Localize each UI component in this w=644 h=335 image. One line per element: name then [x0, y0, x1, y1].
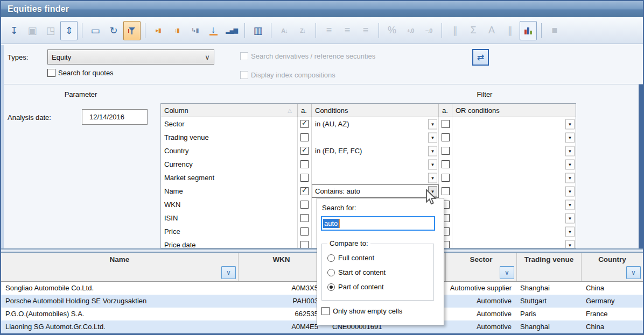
or-checkbox[interactable] [442, 147, 450, 155]
filter-column-cell[interactable]: Price date [161, 238, 298, 248]
checkbox-box-icon[interactable] [47, 69, 55, 77]
or-condition-cell[interactable]: ▼ [452, 117, 576, 131]
or-checkbox[interactable] [442, 160, 450, 168]
and-checkbox[interactable] [300, 201, 309, 209]
or-condition-dropdown-arrow[interactable]: ▼ [565, 159, 575, 169]
filter-column-cell[interactable]: Price [161, 225, 298, 238]
types-dropdown[interactable]: Equity ∨ [47, 49, 214, 65]
results-column-header-name[interactable]: Name∨ [1, 253, 239, 281]
results-column-header-trading-venue[interactable]: Trading venue [517, 253, 582, 281]
checkbox-box-icon[interactable] [321, 307, 330, 315]
results-column-header-wkn[interactable]: WKN [239, 253, 325, 281]
or-checkbox[interactable] [442, 174, 450, 182]
filter-grid-row[interactable]: Currency▼▼ [161, 158, 576, 171]
filter-header-and2[interactable]: a. [439, 104, 452, 117]
filter-column-cell[interactable]: Currency [161, 158, 298, 171]
and-checkbox[interactable] [300, 120, 309, 128]
decrease-decimal-icon[interactable]: −.0 [420, 21, 437, 40]
font-icon[interactable]: A [483, 21, 500, 40]
condition-cell[interactable]: Contains: auto▼ [312, 184, 439, 198]
column-filter-button-country[interactable]: ∨ [626, 266, 641, 279]
sum-icon[interactable]: Σ [465, 21, 482, 40]
filter-column-cell[interactable]: WKN [161, 198, 298, 211]
or-condition-dropdown-arrow[interactable]: ▼ [565, 199, 575, 210]
filter-grid-row[interactable]: NameContains: auto▼▼ [161, 184, 576, 198]
refresh-data-icon[interactable]: ↻ [105, 21, 122, 40]
align-right-icon[interactable]: ≡ [357, 21, 374, 40]
insert-column-left-icon[interactable]: ↳▮ [186, 21, 204, 40]
or-checkbox[interactable] [442, 133, 450, 141]
freeze-columns-icon[interactable]: ∥ [446, 21, 464, 40]
sort-descending-icon[interactable]: Z↓ [294, 21, 311, 40]
insert-column-down-icon[interactable]: ↓▮ [168, 21, 185, 40]
condition-dropdown-arrow[interactable]: ▼ [428, 119, 437, 129]
or-condition-cell[interactable]: ▼ [452, 158, 576, 171]
search-input[interactable]: auto [321, 216, 435, 231]
or-condition-dropdown-arrow[interactable]: ▼ [565, 213, 575, 223]
condition-dropdown-arrow[interactable]: ▼ [428, 173, 437, 183]
filter-column-cell[interactable]: Market segment [161, 171, 298, 184]
radio-button-icon[interactable] [327, 269, 335, 276]
column-filter-button-name[interactable]: ∨ [221, 266, 236, 279]
results-column-header-country[interactable]: Country∨ [582, 253, 643, 281]
condition-dropdown-arrow[interactable]: ▼ [428, 146, 437, 156]
column-range-icon[interactable]: ▭ [87, 21, 104, 40]
filter-icon[interactable] [123, 21, 141, 40]
insert-row-icon[interactable]: ↓ [205, 21, 222, 40]
condition-cell[interactable]: ▼ [312, 131, 439, 144]
filter-column-cell[interactable]: Trading venue [161, 131, 298, 144]
and-checkbox[interactable] [300, 147, 309, 155]
results-column-header-sector[interactable]: Sector∨ [446, 253, 517, 281]
or-checkbox[interactable] [442, 187, 450, 195]
align-left-icon[interactable]: ≡ [320, 21, 338, 40]
or-condition-dropdown-arrow[interactable]: ▼ [565, 173, 575, 183]
column-filter-button-sector[interactable]: ∨ [500, 266, 514, 279]
or-condition-dropdown-arrow[interactable]: ▼ [565, 226, 575, 237]
or-condition-cell[interactable]: ▼ [452, 171, 576, 184]
condition-cell[interactable]: ▼ [312, 158, 439, 171]
filter-header-column[interactable]: Column △ [161, 104, 298, 117]
filter-column-cell[interactable]: Name [161, 184, 298, 198]
insert-column-right-icon[interactable]: ▸▮ [150, 21, 167, 40]
condition-cell[interactable]: in (AU, AZ)▼ [312, 117, 439, 131]
filter-header-conditions[interactable]: Conditions [312, 104, 439, 117]
percent-format-icon[interactable]: % [383, 21, 401, 40]
or-condition-cell[interactable]: ▼ [452, 184, 576, 198]
filter-column-cell[interactable]: ISIN [161, 211, 298, 225]
or-condition-cell[interactable]: ▼ [452, 238, 576, 248]
align-center-icon[interactable]: ≡ [339, 21, 356, 40]
radio-button-icon[interactable] [327, 254, 335, 262]
or-condition-cell[interactable]: ▼ [452, 225, 576, 238]
or-condition-cell[interactable]: ▼ [452, 131, 576, 144]
or-condition-dropdown-arrow[interactable]: ▼ [565, 119, 575, 129]
restore-region-icon[interactable]: ◳ [42, 21, 59, 40]
condition-cell[interactable]: ▼ [312, 171, 439, 184]
or-checkbox[interactable] [442, 120, 450, 128]
or-condition-dropdown-arrow[interactable]: ▼ [565, 240, 575, 248]
or-condition-dropdown-arrow[interactable]: ▼ [565, 146, 575, 156]
filter-grid-row[interactable]: Sectorin (AU, AZ)▼▼ [161, 117, 576, 131]
radio-start-of-content[interactable]: Start of content [327, 265, 431, 280]
radio-button-icon[interactable] [327, 283, 335, 291]
or-condition-dropdown-arrow[interactable]: ▼ [565, 186, 575, 196]
stop-icon[interactable]: ■ [546, 21, 563, 40]
condition-dropdown-arrow[interactable]: ▼ [428, 132, 437, 142]
filter-header-or-conditions[interactable]: OR conditions [452, 104, 576, 117]
and-checkbox[interactable] [300, 187, 309, 195]
filter-grid-row[interactable]: Trading venue▼▼ [161, 131, 576, 144]
fit-height-icon[interactable]: ⇕ [60, 21, 78, 40]
filter-column-cell[interactable]: Country [161, 144, 298, 158]
only-empty-cells-checkbox[interactable]: Only show empty cells [321, 307, 402, 315]
sort-ascending-icon[interactable]: A↓ [276, 21, 293, 40]
show-hidden-columns-icon[interactable]: ▥ [249, 21, 267, 40]
increase-decimal-icon[interactable]: +.0 [402, 21, 419, 40]
column-settings-icon[interactable]: ∥ [501, 21, 519, 40]
export-icon[interactable]: ↧ [5, 21, 23, 40]
maximize-icon[interactable]: ▣ [24, 21, 41, 40]
radio-part-of-content[interactable]: Part of content [327, 280, 431, 294]
or-condition-cell[interactable]: ▼ [452, 198, 576, 211]
update-chart-icon[interactable]: ▂▄▆ [223, 21, 240, 40]
and-checkbox[interactable] [300, 174, 309, 182]
and-checkbox[interactable] [300, 214, 309, 222]
filter-column-cell[interactable]: Sector [161, 117, 298, 131]
